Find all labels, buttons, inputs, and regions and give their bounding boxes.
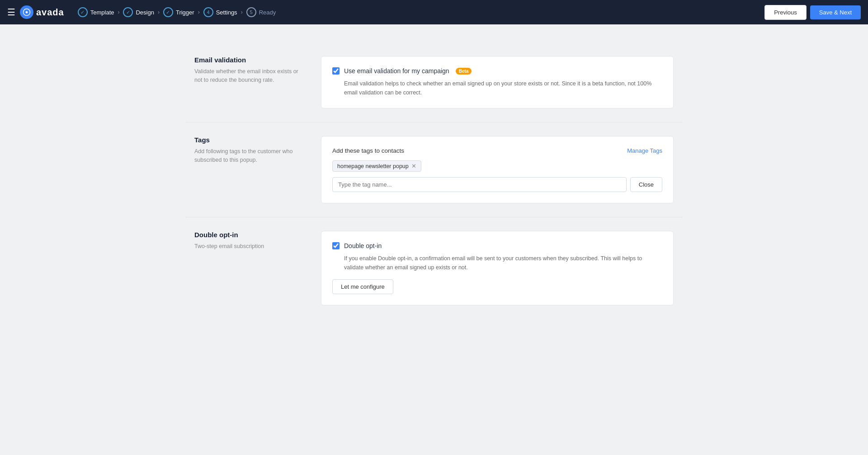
tag-chip: homepage newsletter popup ✕ xyxy=(332,160,421,172)
settings-step-circle: 4 xyxy=(203,7,213,17)
header-left: ☰ avada ✓ Template › ✓ Design › xyxy=(7,5,764,19)
previous-button[interactable]: Previous xyxy=(764,5,807,20)
tags-section: Tags Add following tags to the customer … xyxy=(185,122,683,217)
email-validation-content: Use email validation for my campaign Bet… xyxy=(321,56,674,108)
tags-header: Add these tags to contacts Manage Tags xyxy=(332,147,662,154)
tags-title: Tags xyxy=(194,136,303,144)
tags-header-label: Add these tags to contacts xyxy=(332,147,404,154)
double-optin-content: Double opt-in If you enable Double opt-i… xyxy=(321,231,674,305)
tag-name-input[interactable] xyxy=(332,177,627,192)
breadcrumb-item-design[interactable]: ✓ Design xyxy=(123,7,154,17)
breadcrumb-label-design: Design xyxy=(136,9,154,16)
breadcrumb-label-template: Template xyxy=(90,9,114,16)
email-validation-detail: Email validation helps to check whether … xyxy=(344,79,662,97)
email-validation-title: Email validation xyxy=(194,56,303,64)
double-optin-label-area: Double opt-in Two-step email subscriptio… xyxy=(194,231,303,251)
tag-chip-label: homepage newsletter popup xyxy=(337,163,409,169)
breadcrumb-label-trigger: Trigger xyxy=(176,9,194,16)
tag-close-button[interactable]: Close xyxy=(630,177,662,192)
email-validation-checkbox-label: Use email validation for my campaign xyxy=(344,67,449,75)
tags-label-area: Tags Add following tags to the customer … xyxy=(194,136,303,164)
ready-step-circle: 5 xyxy=(246,7,256,17)
breadcrumb-label-ready: Ready xyxy=(259,9,276,16)
hamburger-icon[interactable]: ☰ xyxy=(7,7,15,18)
template-check-icon: ✓ xyxy=(78,7,88,17)
breadcrumb-label-settings: Settings xyxy=(216,9,237,16)
email-validation-desc: Validate whether the email inbox exists … xyxy=(194,67,303,84)
double-optin-checkbox[interactable] xyxy=(332,242,340,249)
double-optin-checkbox-row: Double opt-in xyxy=(332,242,662,249)
tags-desc: Add following tags to the customer who s… xyxy=(194,147,303,164)
breadcrumb-item-settings[interactable]: 4 Settings xyxy=(203,7,237,17)
chevron-icon-1: › xyxy=(118,9,119,15)
beta-badge: Beta xyxy=(456,68,472,75)
logo: avada xyxy=(20,5,64,19)
manage-tags-link[interactable]: Manage Tags xyxy=(627,147,662,154)
trigger-check-icon: ✓ xyxy=(163,7,173,17)
logo-icon xyxy=(20,5,33,19)
breadcrumb-nav: ✓ Template › ✓ Design › ✓ Trigger › 4 Se… xyxy=(78,7,276,17)
main-content: Email validation Validate whether the em… xyxy=(185,24,683,337)
design-check-icon: ✓ xyxy=(123,7,133,17)
save-next-button[interactable]: Save & Next xyxy=(810,5,861,19)
chevron-icon-3: › xyxy=(198,9,200,15)
double-optin-title: Double opt-in xyxy=(194,231,303,239)
tag-input-row: Close xyxy=(332,177,662,192)
header-right: Previous Save & Next xyxy=(764,5,861,20)
double-optin-detail: If you enable Double opt-in, a confirmat… xyxy=(344,254,662,272)
chevron-icon-2: › xyxy=(158,9,160,15)
top-navigation: ☰ avada ✓ Template › ✓ Design › xyxy=(0,0,868,24)
double-optin-desc: Two-step email subscription xyxy=(194,242,303,251)
tag-remove-icon[interactable]: ✕ xyxy=(411,163,416,169)
breadcrumb-item-ready[interactable]: 5 Ready xyxy=(246,7,276,17)
email-validation-label-area: Email validation Validate whether the em… xyxy=(194,56,303,84)
email-validation-checkbox[interactable] xyxy=(332,67,340,75)
email-validation-section: Email validation Validate whether the em… xyxy=(185,42,683,122)
configure-button[interactable]: Let me configure xyxy=(332,279,393,294)
tags-content: Add these tags to contacts Manage Tags h… xyxy=(321,136,674,203)
breadcrumb-item-template[interactable]: ✓ Template xyxy=(78,7,114,17)
double-optin-section: Double opt-in Two-step email subscriptio… xyxy=(185,217,683,319)
logo-text: avada xyxy=(36,7,64,18)
double-optin-checkbox-label: Double opt-in xyxy=(344,242,382,249)
breadcrumb-item-trigger[interactable]: ✓ Trigger xyxy=(163,7,194,17)
chevron-icon-4: › xyxy=(241,9,243,15)
email-validation-checkbox-row: Use email validation for my campaign Bet… xyxy=(332,67,662,75)
